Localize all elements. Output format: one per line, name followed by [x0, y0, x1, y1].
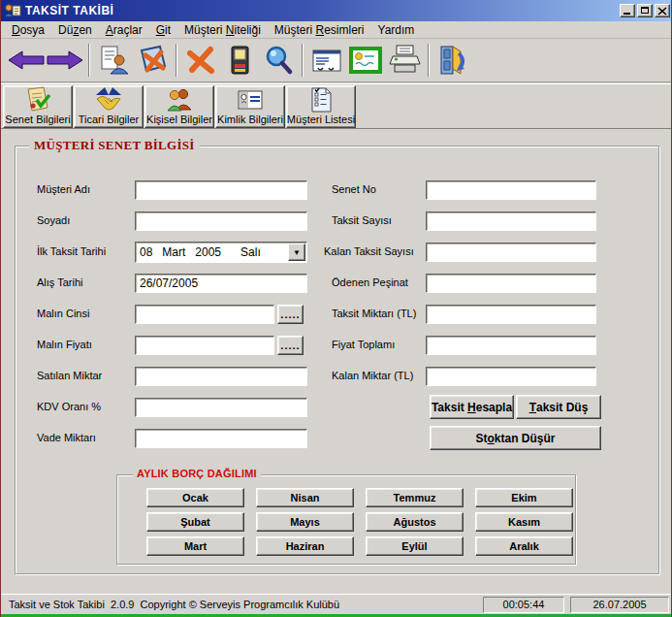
menu-label: Müşteri	[184, 23, 226, 37]
search-button[interactable]	[259, 42, 298, 79]
ilk-taksit-tarihi-combobox[interactable]: 08 Mart 2005 Salı ▼	[135, 242, 307, 263]
tab-musteri-listesi[interactable]: Müşteri Listesi	[286, 85, 356, 128]
label-musteri-adi: Müşteri Adı	[37, 183, 90, 195]
tab-kisisel-bilgiler[interactable]: Kişisel Bilgiler	[144, 85, 214, 128]
print-button[interactable]	[385, 42, 424, 79]
tab-senet-bilgileri[interactable]: Senet Bilgileri	[3, 85, 73, 128]
forward-arrow-icon	[47, 50, 83, 70]
input-malin-fiyati[interactable]	[135, 336, 274, 355]
month-button-ekim[interactable]: Ekim	[475, 488, 573, 507]
handshake-icon	[95, 86, 122, 113]
menu-label: Dü	[58, 23, 73, 37]
month-button-mart[interactable]: Mart	[146, 536, 244, 556]
menu-araclar[interactable]: Araçlar	[99, 22, 149, 38]
menu-git[interactable]: Git	[149, 22, 177, 38]
exit-door-icon	[436, 45, 469, 76]
menu-label: en	[79, 23, 91, 37]
month-button-mayis[interactable]: Mayıs	[256, 512, 354, 532]
month-button-haziran[interactable]: Haziran	[256, 536, 354, 556]
button-label: ktan Düşür	[495, 432, 556, 445]
menu-bar: Dosya Düzen Araçlar Git Müşteri Niteliği…	[1, 21, 672, 39]
input-satilan-miktar[interactable]	[135, 367, 307, 386]
month-button-aralik[interactable]: Aralık	[475, 536, 573, 556]
tab-label: Ticari Bilgiler	[79, 114, 140, 125]
input-kdv-orani[interactable]	[135, 398, 307, 417]
input-musteri-adi[interactable]	[135, 180, 307, 200]
ellipsis-label: .....	[280, 340, 300, 351]
button-label: St	[475, 432, 487, 445]
cancel-record-button[interactable]	[133, 42, 172, 79]
minimize-button[interactable]	[620, 4, 635, 17]
close-button[interactable]	[655, 4, 670, 17]
toolbar-separator	[176, 44, 177, 77]
stoktan-dusur-button[interactable]: Stoktan Düşür	[430, 426, 601, 450]
menu-accesskey: D	[12, 23, 20, 37]
input-taksit-miktari[interactable]	[426, 305, 596, 324]
label-odenen-pesinat: Ödenen Peşinat	[332, 276, 408, 288]
menu-dosya[interactable]: Dosya	[5, 22, 51, 38]
month-button-nisan[interactable]: Nisan	[256, 488, 354, 507]
month-button-eylul[interactable]: Eylül	[366, 536, 464, 556]
input-soyadi[interactable]	[135, 211, 307, 231]
toolbar	[1, 39, 672, 82]
forward-button[interactable]	[46, 42, 84, 79]
menu-musteri-resimleri[interactable]: Müşteri Resimleri	[268, 22, 371, 38]
label-vade-miktari: Vade Miktarı	[37, 432, 96, 443]
back-button[interactable]	[7, 42, 46, 79]
input-alis-tarihi[interactable]	[135, 274, 307, 293]
input-fiyat-toplami[interactable]	[426, 336, 596, 355]
app-window: TAKSİT TAKİBİ Dosya Düzen Araçlar Git Mü…	[0, 0, 672, 617]
menu-yardim[interactable]: Yardım	[371, 22, 422, 38]
people-icon	[166, 87, 193, 113]
toolbar-separator	[88, 44, 90, 77]
delete-button[interactable]	[181, 42, 220, 79]
button-accesskey: T	[529, 401, 536, 414]
tab-kimlik-bilgileri[interactable]: Kimlik Bilgileri	[215, 85, 285, 128]
label-malin-fiyati: Malın Fiyatı	[37, 339, 92, 350]
tab-ticari-bilgiler[interactable]: Ticari Bilgiler	[74, 85, 144, 128]
menu-label: iteliği	[234, 23, 260, 37]
button-accesskey: H	[467, 401, 476, 414]
chevron-down-icon: ▼	[293, 248, 301, 257]
month-button-ocak[interactable]: Ocak	[146, 488, 244, 507]
menu-duzen[interactable]: Düzen	[51, 22, 99, 38]
input-senet-no[interactable]	[426, 180, 596, 200]
malin-cinsi-browse-button[interactable]: .....	[277, 305, 304, 324]
input-odenen-pesinat[interactable]	[426, 274, 596, 293]
taksit-hesapla-button[interactable]: Taksit Hesapla	[430, 395, 514, 419]
menu-label: it	[165, 23, 171, 37]
customer-record-button[interactable]	[94, 42, 133, 79]
month-button-agustos[interactable]: Ağustos	[366, 512, 464, 532]
exit-button[interactable]	[433, 42, 472, 79]
input-kalan-taksit-sayisi[interactable]	[426, 243, 596, 262]
input-vade-miktari[interactable]	[135, 429, 307, 448]
menu-label: osya	[20, 23, 45, 37]
label-alis-tarihi: Alış Tarihi	[37, 276, 82, 288]
menu-label: Yardım	[378, 23, 415, 37]
search-icon	[263, 45, 294, 76]
label-soyadi: Soyadı	[37, 214, 70, 226]
label-taksit-miktari: Taksit Miktarı (TL)	[332, 308, 416, 319]
input-taksit-sayisi[interactable]	[426, 211, 596, 231]
month-button-kasim[interactable]: Kasım	[475, 512, 573, 532]
combobox-dropdown-button[interactable]: ▼	[288, 244, 305, 261]
input-malin-cinsi[interactable]	[135, 305, 274, 324]
taksit-dus-button[interactable]: Taksit Düş	[516, 395, 601, 419]
certificate-button[interactable]	[346, 42, 385, 79]
tab-label: Kişisel Bilgiler	[146, 114, 212, 125]
malin-fiyati-browse-button[interactable]: .....	[277, 336, 304, 355]
input-kalan-miktar[interactable]	[426, 367, 596, 386]
button-label: esapla	[476, 401, 512, 414]
contract-button[interactable]	[307, 42, 346, 79]
menu-accesskey: G	[156, 23, 165, 37]
maximize-button[interactable]	[637, 4, 653, 17]
label-fiyat-toplami: Fiyat Toplamı	[332, 339, 395, 350]
close-icon	[657, 7, 667, 16]
month-button-temmuz[interactable]: Temmuz	[366, 488, 464, 507]
title-bar: TAKSİT TAKİBİ	[1, 0, 672, 21]
menu-musteri-niteligi[interactable]: Müşteri Niteliği	[177, 22, 268, 38]
month-button-subat[interactable]: Şubat	[146, 512, 244, 532]
client-area: MÜŞTERİ SENET BİLGİSİ Müşteri Adı Soyadı…	[1, 130, 672, 594]
senet-groupbox: MÜŞTERİ SENET BİLGİSİ Müşteri Adı Soyadı…	[15, 146, 659, 574]
cash-register-button[interactable]	[220, 42, 259, 79]
